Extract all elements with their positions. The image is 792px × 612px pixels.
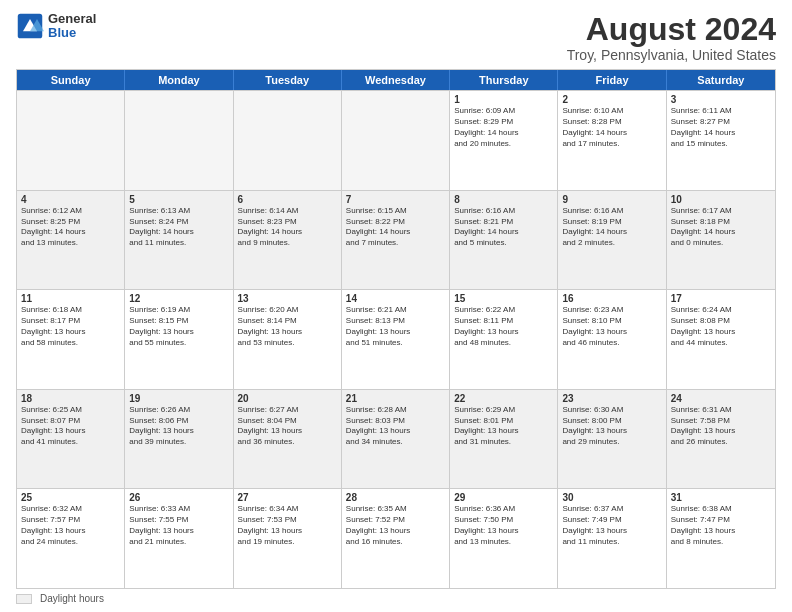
cell-content: Sunrise: 6:26 AMSunset: 8:06 PMDaylight:… [129, 405, 228, 448]
calendar-cell: 17Sunrise: 6:24 AMSunset: 8:08 PMDayligh… [667, 290, 775, 389]
cell-content: Sunrise: 6:38 AMSunset: 7:47 PMDaylight:… [671, 504, 771, 547]
calendar-cell: 30Sunrise: 6:37 AMSunset: 7:49 PMDayligh… [558, 489, 666, 588]
day-number: 1 [454, 94, 553, 105]
calendar-header-friday: Friday [558, 70, 666, 90]
calendar-cell: 7Sunrise: 6:15 AMSunset: 8:22 PMDaylight… [342, 191, 450, 290]
cell-content: Sunrise: 6:09 AMSunset: 8:29 PMDaylight:… [454, 106, 553, 149]
calendar-cell: 28Sunrise: 6:35 AMSunset: 7:52 PMDayligh… [342, 489, 450, 588]
calendar-body: 1Sunrise: 6:09 AMSunset: 8:29 PMDaylight… [17, 90, 775, 588]
day-number: 31 [671, 492, 771, 503]
day-number: 8 [454, 194, 553, 205]
cell-content: Sunrise: 6:32 AMSunset: 7:57 PMDaylight:… [21, 504, 120, 547]
calendar-cell: 13Sunrise: 6:20 AMSunset: 8:14 PMDayligh… [234, 290, 342, 389]
day-number: 27 [238, 492, 337, 503]
legend: Daylight hours [16, 589, 776, 604]
legend-box [16, 594, 32, 604]
calendar-cell: 12Sunrise: 6:19 AMSunset: 8:15 PMDayligh… [125, 290, 233, 389]
cell-content: Sunrise: 6:16 AMSunset: 8:21 PMDaylight:… [454, 206, 553, 249]
calendar-cell: 2Sunrise: 6:10 AMSunset: 8:28 PMDaylight… [558, 91, 666, 190]
cell-content: Sunrise: 6:10 AMSunset: 8:28 PMDaylight:… [562, 106, 661, 149]
day-number: 5 [129, 194, 228, 205]
calendar-cell: 26Sunrise: 6:33 AMSunset: 7:55 PMDayligh… [125, 489, 233, 588]
calendar-cell [17, 91, 125, 190]
cell-content: Sunrise: 6:15 AMSunset: 8:22 PMDaylight:… [346, 206, 445, 249]
day-number: 21 [346, 393, 445, 404]
calendar-header-wednesday: Wednesday [342, 70, 450, 90]
calendar-cell: 9Sunrise: 6:16 AMSunset: 8:19 PMDaylight… [558, 191, 666, 290]
day-number: 12 [129, 293, 228, 304]
cell-content: Sunrise: 6:27 AMSunset: 8:04 PMDaylight:… [238, 405, 337, 448]
cell-content: Sunrise: 6:36 AMSunset: 7:50 PMDaylight:… [454, 504, 553, 547]
cell-content: Sunrise: 6:28 AMSunset: 8:03 PMDaylight:… [346, 405, 445, 448]
day-number: 18 [21, 393, 120, 404]
cell-content: Sunrise: 6:35 AMSunset: 7:52 PMDaylight:… [346, 504, 445, 547]
day-number: 10 [671, 194, 771, 205]
day-number: 26 [129, 492, 228, 503]
day-number: 23 [562, 393, 661, 404]
cell-content: Sunrise: 6:13 AMSunset: 8:24 PMDaylight:… [129, 206, 228, 249]
day-number: 28 [346, 492, 445, 503]
day-number: 2 [562, 94, 661, 105]
cell-content: Sunrise: 6:29 AMSunset: 8:01 PMDaylight:… [454, 405, 553, 448]
calendar-cell: 19Sunrise: 6:26 AMSunset: 8:06 PMDayligh… [125, 390, 233, 489]
cell-content: Sunrise: 6:18 AMSunset: 8:17 PMDaylight:… [21, 305, 120, 348]
calendar-cell: 18Sunrise: 6:25 AMSunset: 8:07 PMDayligh… [17, 390, 125, 489]
header: General Blue August 2024 Troy, Pennsylva… [16, 12, 776, 63]
calendar-cell: 5Sunrise: 6:13 AMSunset: 8:24 PMDaylight… [125, 191, 233, 290]
day-number: 22 [454, 393, 553, 404]
cell-content: Sunrise: 6:16 AMSunset: 8:19 PMDaylight:… [562, 206, 661, 249]
cell-content: Sunrise: 6:33 AMSunset: 7:55 PMDaylight:… [129, 504, 228, 547]
day-number: 3 [671, 94, 771, 105]
calendar-cell: 21Sunrise: 6:28 AMSunset: 8:03 PMDayligh… [342, 390, 450, 489]
cell-content: Sunrise: 6:31 AMSunset: 7:58 PMDaylight:… [671, 405, 771, 448]
logo-icon [16, 12, 44, 40]
calendar-cell: 27Sunrise: 6:34 AMSunset: 7:53 PMDayligh… [234, 489, 342, 588]
day-number: 6 [238, 194, 337, 205]
day-number: 13 [238, 293, 337, 304]
cell-content: Sunrise: 6:21 AMSunset: 8:13 PMDaylight:… [346, 305, 445, 348]
cell-content: Sunrise: 6:12 AMSunset: 8:25 PMDaylight:… [21, 206, 120, 249]
calendar-cell: 11Sunrise: 6:18 AMSunset: 8:17 PMDayligh… [17, 290, 125, 389]
calendar-cell: 10Sunrise: 6:17 AMSunset: 8:18 PMDayligh… [667, 191, 775, 290]
cell-content: Sunrise: 6:37 AMSunset: 7:49 PMDaylight:… [562, 504, 661, 547]
page: General Blue August 2024 Troy, Pennsylva… [0, 0, 792, 612]
cell-content: Sunrise: 6:14 AMSunset: 8:23 PMDaylight:… [238, 206, 337, 249]
day-number: 29 [454, 492, 553, 503]
logo-text: General Blue [48, 12, 96, 41]
day-number: 25 [21, 492, 120, 503]
calendar-cell: 1Sunrise: 6:09 AMSunset: 8:29 PMDaylight… [450, 91, 558, 190]
calendar-row-1: 4Sunrise: 6:12 AMSunset: 8:25 PMDaylight… [17, 190, 775, 290]
calendar-header-tuesday: Tuesday [234, 70, 342, 90]
page-title: August 2024 [567, 12, 776, 47]
day-number: 15 [454, 293, 553, 304]
cell-content: Sunrise: 6:34 AMSunset: 7:53 PMDaylight:… [238, 504, 337, 547]
calendar: SundayMondayTuesdayWednesdayThursdayFrid… [16, 69, 776, 589]
calendar-row-3: 18Sunrise: 6:25 AMSunset: 8:07 PMDayligh… [17, 389, 775, 489]
logo-blue-text: Blue [48, 26, 96, 40]
day-number: 30 [562, 492, 661, 503]
calendar-cell: 14Sunrise: 6:21 AMSunset: 8:13 PMDayligh… [342, 290, 450, 389]
cell-content: Sunrise: 6:11 AMSunset: 8:27 PMDaylight:… [671, 106, 771, 149]
calendar-cell [234, 91, 342, 190]
calendar-cell: 6Sunrise: 6:14 AMSunset: 8:23 PMDaylight… [234, 191, 342, 290]
cell-content: Sunrise: 6:22 AMSunset: 8:11 PMDaylight:… [454, 305, 553, 348]
cell-content: Sunrise: 6:20 AMSunset: 8:14 PMDaylight:… [238, 305, 337, 348]
calendar-header: SundayMondayTuesdayWednesdayThursdayFrid… [17, 70, 775, 90]
day-number: 20 [238, 393, 337, 404]
calendar-cell: 16Sunrise: 6:23 AMSunset: 8:10 PMDayligh… [558, 290, 666, 389]
calendar-cell: 29Sunrise: 6:36 AMSunset: 7:50 PMDayligh… [450, 489, 558, 588]
cell-content: Sunrise: 6:17 AMSunset: 8:18 PMDaylight:… [671, 206, 771, 249]
day-number: 24 [671, 393, 771, 404]
calendar-cell: 23Sunrise: 6:30 AMSunset: 8:00 PMDayligh… [558, 390, 666, 489]
calendar-row-4: 25Sunrise: 6:32 AMSunset: 7:57 PMDayligh… [17, 488, 775, 588]
cell-content: Sunrise: 6:19 AMSunset: 8:15 PMDaylight:… [129, 305, 228, 348]
calendar-header-monday: Monday [125, 70, 233, 90]
cell-content: Sunrise: 6:24 AMSunset: 8:08 PMDaylight:… [671, 305, 771, 348]
calendar-header-thursday: Thursday [450, 70, 558, 90]
calendar-row-2: 11Sunrise: 6:18 AMSunset: 8:17 PMDayligh… [17, 289, 775, 389]
cell-content: Sunrise: 6:25 AMSunset: 8:07 PMDaylight:… [21, 405, 120, 448]
calendar-header-sunday: Sunday [17, 70, 125, 90]
day-number: 14 [346, 293, 445, 304]
calendar-cell: 22Sunrise: 6:29 AMSunset: 8:01 PMDayligh… [450, 390, 558, 489]
day-number: 11 [21, 293, 120, 304]
